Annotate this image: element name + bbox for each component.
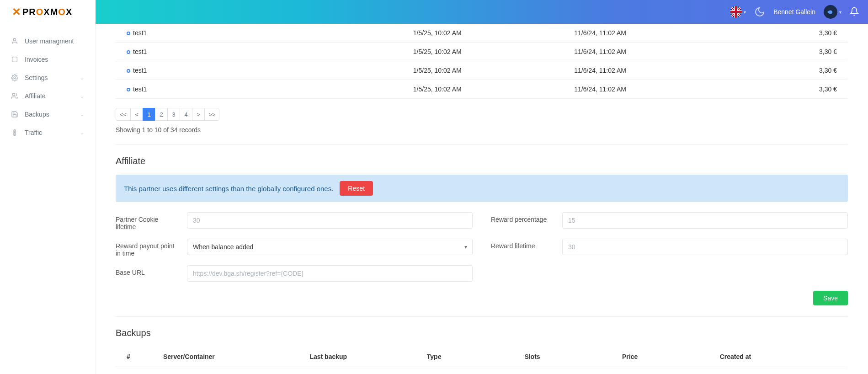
uk-flag-icon — [730, 6, 742, 18]
page-3[interactable]: 3 — [167, 108, 180, 121]
base-url-input[interactable] — [187, 265, 473, 282]
sidebar-item-label: Invoices — [25, 56, 84, 63]
row-date1: 1/5/25, 10:02 AM — [409, 80, 570, 99]
table-row[interactable]: test11/5/25, 10:02 AM11/6/24, 11:02 AM3,… — [116, 43, 848, 61]
gear-icon — [11, 74, 18, 81]
row-price: 3,30 € — [731, 80, 848, 99]
sidebar-item-label: Settings — [25, 74, 74, 81]
sidebar-item-backups[interactable]: Backups⌄ — [0, 105, 95, 123]
backup-column-header: Type — [427, 353, 525, 360]
page-prev[interactable]: < — [130, 108, 143, 121]
backup-column-header: # — [127, 353, 163, 360]
alert-text: This partner uses different settings tha… — [124, 185, 333, 192]
row-price: 3,30 € — [731, 24, 848, 43]
row-name: test1 — [133, 67, 147, 74]
page-2[interactable]: 2 — [155, 108, 168, 121]
pagination-info: Showing 1 to 10 of 34 records — [116, 126, 848, 134]
logo-area: ✕PROXMOX — [0, 0, 96, 24]
backup-column-header: Last backup — [309, 353, 426, 360]
traffic-icon — [11, 129, 18, 136]
reset-button[interactable]: Reset — [340, 181, 373, 196]
payout-point-label: Reward payout point in time — [116, 239, 180, 257]
chevron-down-icon: ⌄ — [80, 112, 84, 118]
backup-column-header: Price — [622, 353, 720, 360]
reward-percentage-input[interactable] — [562, 212, 848, 229]
dark-mode-toggle[interactable] — [754, 6, 765, 17]
page-last[interactable]: >> — [204, 108, 219, 121]
sidebar-item-affiliate[interactable]: Affiliate⌄ — [0, 87, 95, 105]
status-dot-icon — [127, 88, 130, 91]
chevron-down-icon: ⌄ — [80, 75, 84, 81]
reward-lifetime-input[interactable] — [562, 239, 848, 255]
main-content: test11/5/25, 10:02 AM11/6/24, 11:02 AM3,… — [96, 24, 868, 374]
backups-table-header: #Server/ContainerLast backupTypeSlotsPri… — [116, 347, 848, 367]
reward-lifetime-label: Reward lifetime — [491, 239, 555, 250]
row-date2: 11/6/24, 11:02 AM — [570, 24, 730, 43]
row-date1: 1/5/25, 10:02 AM — [409, 24, 570, 43]
status-dot-icon — [127, 50, 130, 54]
chevron-down-icon: ▾ — [744, 10, 746, 15]
svg-point-4 — [12, 93, 15, 96]
row-price: 3,30 € — [731, 43, 848, 61]
pagination: <<<1234>>> — [116, 108, 848, 121]
row-name: test1 — [133, 29, 147, 37]
save-icon — [11, 111, 18, 118]
page-first[interactable]: << — [116, 108, 131, 121]
page-1[interactable]: 1 — [143, 108, 155, 121]
backup-column-header: Slots — [524, 353, 622, 360]
affiliate-title: Affiliate — [116, 156, 848, 166]
sidebar-item-settings[interactable]: Settings⌄ — [0, 69, 95, 87]
sidebar-item-invoices[interactable]: Invoices — [0, 50, 95, 69]
users-icon — [11, 92, 18, 100]
username: Bennet Gallein — [773, 8, 815, 16]
logo[interactable]: ✕PROXMOX — [12, 5, 72, 18]
data-table: test11/5/25, 10:02 AM11/6/24, 11:02 AM3,… — [116, 24, 848, 99]
invoice-icon — [11, 56, 18, 63]
table-row[interactable]: test11/5/25, 10:02 AM11/6/24, 11:02 AM3,… — [116, 80, 848, 99]
sidebar-item-label: User managment — [25, 37, 84, 45]
divider — [116, 316, 848, 317]
sidebar-item-label: Traffic — [25, 129, 74, 136]
row-date1: 1/5/25, 10:02 AM — [409, 61, 570, 80]
row-price: 3,30 € — [731, 61, 848, 80]
row-date1: 1/5/25, 10:02 AM — [409, 43, 570, 61]
affiliate-alert: This partner uses different settings tha… — [116, 175, 848, 202]
topbar: ✕PROXMOX ▾ Bennet Gallein ▾ — [0, 0, 868, 24]
save-button[interactable]: Save — [813, 291, 848, 305]
status-dot-icon — [127, 32, 130, 35]
status-dot-icon — [127, 69, 130, 73]
svg-rect-2 — [12, 57, 17, 62]
sidebar-item-user-managment[interactable]: User managment — [0, 32, 95, 50]
svg-point-3 — [14, 77, 16, 79]
cookie-lifetime-label: Partner Cookie lifetime — [116, 212, 180, 230]
sidebar-item-label: Backups — [25, 111, 74, 118]
table-row[interactable]: test11/5/25, 10:02 AM11/6/24, 11:02 AM3,… — [116, 61, 848, 80]
row-name: test1 — [133, 85, 147, 93]
cookie-lifetime-input[interactable] — [187, 212, 473, 229]
svg-point-7 — [14, 132, 15, 133]
notifications-button[interactable] — [850, 7, 859, 17]
row-date2: 11/6/24, 11:02 AM — [570, 43, 730, 61]
language-selector[interactable]: ▾ — [730, 6, 746, 18]
sidebar-item-label: Affiliate — [25, 92, 74, 100]
svg-point-8 — [14, 134, 15, 134]
payout-point-select[interactable]: When balance added — [187, 239, 473, 255]
backup-column-header: Server/Container — [163, 353, 309, 360]
backups-title: Backups — [116, 328, 848, 338]
user-icon — [11, 37, 18, 45]
row-name: test1 — [133, 48, 147, 55]
page-4[interactable]: 4 — [180, 108, 192, 121]
svg-point-1 — [13, 38, 16, 41]
page-next[interactable]: > — [192, 108, 205, 121]
avatar — [824, 5, 837, 19]
chevron-down-icon: ⌄ — [80, 130, 84, 136]
divider — [116, 144, 848, 145]
user-menu[interactable]: ▾ — [824, 5, 841, 19]
base-url-label: Base URL — [116, 265, 180, 276]
reward-percentage-label: Reward percentage — [491, 212, 555, 223]
table-row[interactable]: test11/5/25, 10:02 AM11/6/24, 11:02 AM3,… — [116, 24, 848, 43]
row-date2: 11/6/24, 11:02 AM — [570, 80, 730, 99]
sidebar-item-traffic[interactable]: Traffic⌄ — [0, 123, 95, 142]
svg-point-6 — [14, 131, 15, 131]
row-date2: 11/6/24, 11:02 AM — [570, 61, 730, 80]
